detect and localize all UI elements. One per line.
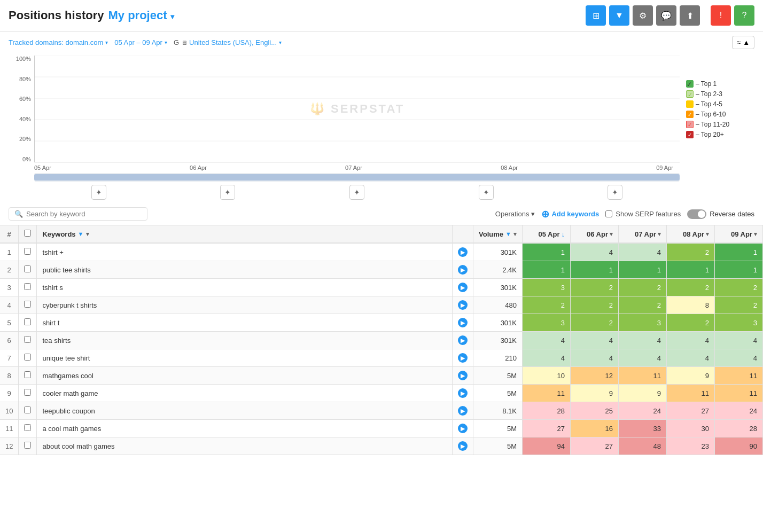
cell-arrow[interactable]: ▶ bbox=[453, 385, 473, 402]
table-row: 1tshirt +▶301K14421 bbox=[0, 243, 763, 261]
export-button[interactable]: ⬆ bbox=[680, 5, 700, 26]
project-name[interactable]: My project ▾ bbox=[108, 9, 174, 22]
cell-arrow[interactable]: ▶ bbox=[453, 420, 473, 437]
cell-arrow[interactable]: ▶ bbox=[453, 367, 473, 385]
nav-dot-1[interactable]: ✦ bbox=[91, 185, 106, 200]
cell-check[interactable] bbox=[19, 402, 37, 420]
keywords-sort-icon[interactable]: ▾ bbox=[86, 231, 89, 238]
chart-grid bbox=[35, 56, 680, 162]
row-checkbox[interactable] bbox=[24, 248, 31, 255]
search-input[interactable] bbox=[26, 210, 142, 218]
row-checkbox[interactable] bbox=[24, 265, 31, 272]
row-checkbox[interactable] bbox=[24, 336, 31, 343]
cell-check[interactable] bbox=[19, 420, 37, 437]
cell-check[interactable] bbox=[19, 279, 37, 296]
chart-scrollbar[interactable] bbox=[34, 173, 680, 182]
legend-top1: ✓ – Top 1 bbox=[686, 80, 754, 88]
cell-apr08: 2 bbox=[667, 243, 715, 261]
keyword-detail-arrow[interactable]: ▶ bbox=[458, 300, 468, 310]
cell-check[interactable] bbox=[19, 349, 37, 367]
cell-arrow[interactable]: ▶ bbox=[453, 314, 473, 332]
keyword-detail-arrow[interactable]: ▶ bbox=[458, 247, 468, 257]
cell-check[interactable] bbox=[19, 332, 37, 349]
cell-arrow[interactable]: ▶ bbox=[453, 332, 473, 349]
grid-button[interactable]: ⊞ bbox=[586, 5, 606, 26]
cell-arrow[interactable]: ▶ bbox=[453, 349, 473, 367]
cell-apr09: 4 bbox=[715, 349, 763, 367]
apr06-sort-icon[interactable]: ▾ bbox=[610, 231, 613, 238]
select-all-checkbox[interactable] bbox=[24, 230, 31, 237]
keyword-detail-arrow[interactable]: ▶ bbox=[458, 283, 468, 292]
col-header-volume[interactable]: Volume ▼ ▾ bbox=[473, 225, 523, 243]
apr05-sort-desc-icon[interactable]: ↓ bbox=[562, 230, 565, 238]
cell-arrow[interactable]: ▶ bbox=[453, 437, 473, 455]
date-range-selector[interactable]: 05 Apr – 09 Apr ▾ bbox=[114, 38, 167, 46]
operations-dropdown[interactable]: Operations ▾ bbox=[495, 210, 535, 218]
legend-top2-3: ✓ – Top 2-3 bbox=[686, 90, 754, 98]
cell-arrow[interactable]: ▶ bbox=[453, 243, 473, 261]
keyword-search-box[interactable]: 🔍 bbox=[9, 207, 147, 221]
row-checkbox[interactable] bbox=[24, 371, 31, 378]
col-header-apr09[interactable]: 09 Apr ▾ bbox=[715, 225, 763, 243]
keyword-detail-arrow[interactable]: ▶ bbox=[458, 335, 468, 345]
apr07-sort-icon[interactable]: ▾ bbox=[658, 231, 661, 238]
row-checkbox[interactable] bbox=[24, 442, 31, 449]
keyword-detail-arrow[interactable]: ▶ bbox=[458, 424, 468, 433]
alert-button[interactable]: ! bbox=[711, 5, 731, 26]
add-keywords-button[interactable]: ⊕ Add keywords bbox=[541, 208, 599, 220]
chart-nav-buttons: ✦ ✦ ✦ ✦ ✦ bbox=[34, 182, 680, 203]
apr09-sort-icon[interactable]: ▾ bbox=[754, 231, 757, 238]
chart-toggle-button[interactable]: ≈ ▲ bbox=[732, 36, 754, 49]
location-selector[interactable]: G 🖥 United States (USA), Engli... ▾ bbox=[174, 38, 282, 46]
keywords-filter-icon[interactable]: ▼ bbox=[78, 231, 84, 237]
show-serp-toggle[interactable]: Show SERP features bbox=[605, 210, 681, 218]
nav-dot-5[interactable]: ✦ bbox=[608, 185, 622, 200]
col-header-apr05[interactable]: 05 Apr ↓ bbox=[523, 225, 571, 243]
scrollbar-thumb[interactable] bbox=[34, 174, 680, 181]
cell-volume: 301K bbox=[473, 332, 523, 349]
nav-dot-2[interactable]: ✦ bbox=[220, 185, 235, 200]
cell-check[interactable] bbox=[19, 437, 37, 455]
keyword-detail-arrow[interactable]: ▶ bbox=[458, 353, 468, 363]
row-checkbox[interactable] bbox=[24, 424, 31, 431]
nav-dot-3[interactable]: ✦ bbox=[349, 185, 364, 200]
tracked-domains-selector[interactable]: Tracked domains: domain.com ▾ bbox=[9, 38, 108, 46]
col-header-apr08[interactable]: 08 Apr ▾ bbox=[667, 225, 715, 243]
keyword-detail-arrow[interactable]: ▶ bbox=[458, 388, 468, 398]
cell-check[interactable] bbox=[19, 261, 37, 279]
volume-filter-icon[interactable]: ▼ bbox=[505, 231, 511, 237]
settings-button[interactable]: ⚙ bbox=[633, 5, 653, 26]
cell-check[interactable] bbox=[19, 243, 37, 261]
cell-arrow[interactable]: ▶ bbox=[453, 279, 473, 296]
message-button[interactable]: 💬 bbox=[656, 5, 676, 26]
row-checkbox[interactable] bbox=[24, 301, 31, 308]
apr08-sort-icon[interactable]: ▾ bbox=[706, 231, 709, 238]
row-checkbox[interactable] bbox=[24, 406, 31, 413]
reverse-dates-toggle[interactable] bbox=[687, 209, 706, 219]
cell-apr09: 1 bbox=[715, 261, 763, 279]
cell-arrow[interactable]: ▶ bbox=[453, 296, 473, 314]
row-checkbox[interactable] bbox=[24, 318, 31, 325]
keyword-detail-arrow[interactable]: ▶ bbox=[458, 318, 468, 327]
col-header-apr06[interactable]: 06 Apr ▾ bbox=[571, 225, 619, 243]
cell-check[interactable] bbox=[19, 296, 37, 314]
keyword-detail-arrow[interactable]: ▶ bbox=[458, 406, 468, 416]
cell-check[interactable] bbox=[19, 367, 37, 385]
search-icon: 🔍 bbox=[14, 210, 23, 218]
show-serp-checkbox[interactable] bbox=[605, 210, 612, 217]
help-button[interactable]: ? bbox=[734, 5, 754, 26]
col-header-apr07[interactable]: 07 Apr ▾ bbox=[619, 225, 667, 243]
nav-dot-4[interactable]: ✦ bbox=[479, 185, 494, 200]
cell-check[interactable] bbox=[19, 314, 37, 332]
col-header-keywords[interactable]: Keywords ▼ ▾ bbox=[37, 225, 453, 243]
keyword-detail-arrow[interactable]: ▶ bbox=[458, 371, 468, 380]
keyword-detail-arrow[interactable]: ▶ bbox=[458, 265, 468, 275]
row-checkbox[interactable] bbox=[24, 389, 31, 396]
row-checkbox[interactable] bbox=[24, 354, 31, 361]
cell-check[interactable] bbox=[19, 385, 37, 402]
cell-arrow[interactable]: ▶ bbox=[453, 402, 473, 420]
cell-arrow[interactable]: ▶ bbox=[453, 261, 473, 279]
row-checkbox[interactable] bbox=[24, 283, 31, 290]
keyword-detail-arrow[interactable]: ▶ bbox=[458, 441, 468, 451]
filter-button[interactable]: ▼ bbox=[609, 5, 629, 26]
